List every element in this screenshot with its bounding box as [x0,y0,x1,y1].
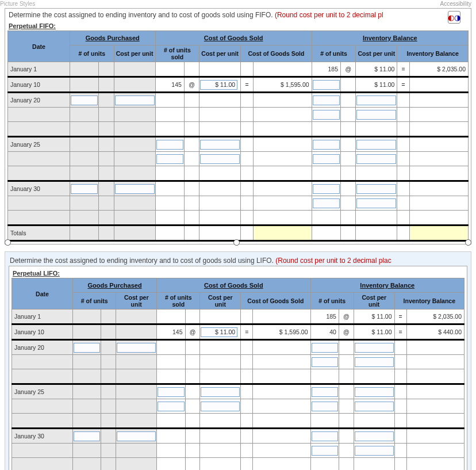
table-row: January 25 [8,137,469,152]
date-cell: January 30 [12,429,73,444]
s-cost-input[interactable]: $ 11.00 [200,324,241,340]
grp-balance: Inventory Balance [312,31,468,45]
date-cell: January 30 [8,181,70,196]
at-symbol: @ [339,309,354,324]
p-units-input[interactable] [70,93,98,108]
p-units-input[interactable] [73,340,101,355]
grp-purchased: Goods Purchased [70,31,155,45]
s-units-input[interactable] [157,399,185,414]
b-cost: $ 11.00 [356,77,397,93]
s-cost-input[interactable] [200,384,241,399]
b-units-input[interactable] [312,77,340,93]
table-row [12,399,465,414]
s-units: 145 [157,324,185,340]
table-row [12,355,465,369]
b-cost-input[interactable] [356,152,397,166]
p-cost-input[interactable] [116,429,157,444]
col-s-total: Cost of Goods Sold [241,293,310,309]
b-cost-input[interactable] [356,196,397,211]
b-units-input[interactable] [310,429,339,444]
p-cost-input[interactable] [114,93,155,108]
fifo-prompt-text: Determine the cost assigned to ending in… [9,11,275,19]
header-groups-row: Date Goods Purchased Cost of Goods Sold … [8,31,469,45]
handle-icon[interactable] [5,239,11,246]
b-units-input[interactable] [312,181,340,196]
b-cost-input[interactable] [354,340,394,355]
table-row: January 1 185 @ $ 11.00 = $ 2,035.00 [8,62,469,77]
col-b-total: Inventory Balance [394,293,464,309]
s-cost-input[interactable] [200,399,241,414]
handle-icon[interactable] [465,239,471,246]
s-cost-input[interactable]: $ 11.00 [199,77,241,93]
fifo-section: ◐◑ Determine the cost assigned to ending… [5,8,471,244]
b-cost-input[interactable] [354,429,394,444]
col-s-units: # of units sold [157,293,200,309]
handle-icon[interactable] [233,239,240,246]
b-units-input[interactable] [310,384,339,399]
header-cols-row: # of units Cost per unit # of units sold… [8,45,469,62]
b-units-input[interactable] [310,399,339,414]
styles-label: Picture Styles [0,1,35,7]
grp-cogs: Cost of Goods Sold [157,278,310,293]
p-cost-input[interactable] [114,181,155,196]
col-b-cost: Cost per unit [356,45,397,62]
b-cost-input[interactable] [356,93,397,108]
b-cost: $ 11.00 [354,324,394,340]
table-row: January 30 [8,181,469,196]
table-row [8,196,469,211]
s-total: $ 1,595.00 [253,77,312,93]
table-row [12,458,465,471]
table-row [12,369,465,384]
date-cell: January 10 [12,324,73,340]
s-cost-input[interactable] [199,137,241,152]
b-units-input[interactable] [312,137,340,152]
s-units-input[interactable] [155,137,184,152]
b-units-input[interactable] [312,196,340,211]
table-row: January 25 [12,384,465,399]
b-units-input[interactable] [310,355,339,369]
lifo-prompt-text: Determine the cost assigned to ending in… [10,257,275,265]
b-cost-input[interactable] [354,444,394,458]
s-total: $ 1,595.00 [253,324,310,340]
table-row [12,414,465,429]
col-date: Date [12,278,73,309]
s-cost-input[interactable] [199,152,241,166]
table-row [8,211,469,226]
p-cost-input[interactable] [116,340,157,355]
b-units-input[interactable] [312,108,340,122]
b-cost-input[interactable] [354,355,394,369]
s-units-input[interactable] [155,152,184,166]
p-units-input[interactable] [73,429,101,444]
lifo-outer: Determine the cost assigned to ending in… [5,251,471,470]
b-cost-input[interactable] [354,399,394,414]
b-cost: $ 11.00 [354,309,394,324]
eq-symbol: = [397,62,410,77]
table-row [8,152,469,166]
date-cell: January 20 [12,340,73,355]
table-row: January 20 [12,340,465,355]
at-symbol: @ [184,77,199,93]
s-units-input[interactable] [157,384,185,399]
b-units-input[interactable] [312,152,340,166]
at-symbol: @ [185,324,200,340]
accessibility-icon[interactable]: ◐◑ [448,11,460,24]
b-cost-input[interactable] [354,384,394,399]
b-units-input[interactable] [310,340,339,355]
b-units-input[interactable] [310,444,339,458]
eq-symbol: = [397,77,410,93]
p-units-input[interactable] [70,181,98,196]
header-groups-row: Date Goods Purchased Cost of Goods Sold … [12,278,465,293]
b-total: $ 2,035.00 [406,309,464,324]
totals-row: Totals [8,226,469,241]
table-row [8,108,469,122]
date-cell: January 25 [12,384,73,399]
b-cost-input[interactable] [356,108,397,122]
col-b-cost: Cost per unit [354,293,394,309]
lifo-prompt: Determine the cost assigned to ending in… [9,255,467,266]
eq-symbol: = [241,324,253,340]
b-units: 185 [310,309,339,324]
b-cost-input[interactable] [356,137,397,152]
b-units: 185 [312,62,340,77]
b-units-input[interactable] [312,93,340,108]
b-cost-input[interactable] [356,181,397,196]
